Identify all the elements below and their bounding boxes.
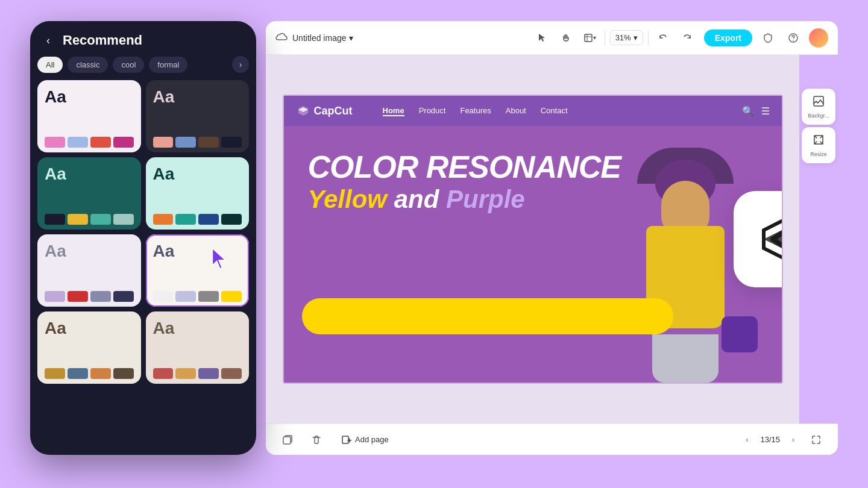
swatch bbox=[90, 214, 111, 225]
background-button[interactable]: Backgr... bbox=[802, 89, 835, 125]
style-aa-8: Aa bbox=[153, 319, 242, 338]
svg-point-2 bbox=[793, 40, 794, 41]
toolbar-center: ▾ 31% ▾ bbox=[532, 28, 697, 48]
filter-tab-cool[interactable]: cool bbox=[113, 57, 144, 73]
filter-tabs: All classic cool formal › bbox=[30, 56, 256, 80]
canvas-logo: CapCut bbox=[296, 105, 353, 117]
design-canvas: CapCut Home Product Features About Conta… bbox=[283, 95, 783, 384]
style-card-1[interactable]: Aa bbox=[37, 80, 141, 152]
canvas-search-icon: 🔍 bbox=[742, 105, 754, 117]
undo-button[interactable] bbox=[653, 28, 673, 48]
swatch bbox=[45, 291, 65, 302]
zoom-control[interactable]: 31% ▾ bbox=[610, 30, 643, 45]
capcut-large-logo bbox=[734, 191, 783, 287]
prev-page-button[interactable]: ‹ bbox=[738, 431, 755, 448]
background-label: Backgr... bbox=[808, 113, 829, 119]
file-name[interactable]: Untitled image ▾ bbox=[292, 33, 353, 43]
frame-tool-button[interactable]: ▾ bbox=[580, 28, 600, 48]
duplicate-page-button[interactable] bbox=[278, 430, 297, 449]
swatch bbox=[113, 368, 134, 379]
cursor-overlay bbox=[209, 247, 231, 274]
swatch bbox=[90, 368, 111, 379]
toolbar-right: Export bbox=[704, 28, 828, 48]
style-card-8[interactable]: Aa bbox=[146, 311, 250, 384]
resize-button[interactable]: Resize bbox=[802, 127, 835, 163]
canvas-title: COLOR RESONANCE bbox=[308, 150, 621, 184]
fit-page-button[interactable] bbox=[807, 430, 826, 449]
resize-icon bbox=[813, 134, 825, 149]
delete-page-button[interactable] bbox=[307, 430, 326, 449]
style-card-5[interactable]: Aa bbox=[37, 234, 141, 307]
swatch bbox=[221, 214, 242, 225]
swatch bbox=[45, 137, 65, 148]
swatch bbox=[221, 368, 242, 379]
canvas-content: COLOR RESONANCE Yellow and Purple bbox=[284, 126, 782, 383]
filter-more-button[interactable]: › bbox=[232, 56, 249, 73]
swatch bbox=[153, 291, 174, 302]
phone-panel: ‹ Recommend All classic cool formal › bbox=[30, 21, 256, 455]
style-card-6-selected[interactable]: Aa bbox=[146, 234, 250, 307]
style-card-3[interactable]: Aa bbox=[37, 157, 141, 230]
user-avatar[interactable] bbox=[809, 28, 828, 48]
swatch bbox=[198, 368, 219, 379]
swatches-6 bbox=[153, 291, 242, 302]
bottom-toolbar: Add page ‹ 13/15 › bbox=[266, 424, 838, 455]
swatches-5 bbox=[45, 291, 134, 302]
model-skirt bbox=[652, 334, 719, 383]
canvas-nav-contact: Contact bbox=[541, 106, 568, 116]
style-aa-1: Aa bbox=[45, 87, 134, 107]
add-page-label: Add page bbox=[355, 435, 389, 444]
bottom-right: ‹ 13/15 › bbox=[738, 430, 826, 449]
svg-rect-5 bbox=[283, 437, 291, 444]
style-aa-5: Aa bbox=[45, 242, 134, 261]
style-card-4[interactable]: Aa bbox=[146, 157, 250, 230]
style-aa-4: Aa bbox=[153, 164, 242, 184]
swatches-4 bbox=[153, 214, 242, 225]
add-page-button[interactable]: Add page bbox=[336, 433, 395, 447]
style-aa-2: Aa bbox=[153, 87, 242, 107]
canvas-text: COLOR RESONANCE Yellow and Purple bbox=[308, 150, 621, 215]
swatch bbox=[90, 137, 111, 148]
canvas-subtitle-purple: Purple bbox=[446, 185, 525, 213]
canvas-nav-about: About bbox=[506, 106, 526, 116]
swatch bbox=[45, 214, 65, 225]
resize-label: Resize bbox=[810, 151, 827, 157]
style-card-7[interactable]: Aa bbox=[37, 311, 141, 384]
toolbar-divider-2 bbox=[648, 31, 649, 45]
back-button[interactable]: ‹ bbox=[40, 32, 57, 49]
swatches-3 bbox=[45, 214, 134, 225]
help-icon-button[interactable] bbox=[784, 28, 803, 48]
toolbar-divider bbox=[605, 31, 605, 45]
style-card-2[interactable]: Aa bbox=[146, 80, 250, 152]
styles-grid: Aa Aa bbox=[30, 80, 256, 384]
swatch bbox=[68, 291, 88, 302]
svg-rect-6 bbox=[342, 436, 348, 443]
canvas-menu-icon: ☰ bbox=[761, 105, 770, 117]
hand-tool-button[interactable] bbox=[556, 28, 576, 48]
canvas-area: CapCut Home Product Features About Conta… bbox=[266, 55, 799, 424]
select-tool-button[interactable] bbox=[532, 28, 552, 48]
filter-tab-formal[interactable]: formal bbox=[149, 57, 187, 73]
canvas-nav: CapCut Home Product Features About Conta… bbox=[284, 96, 782, 126]
file-name-caret: ▾ bbox=[349, 33, 353, 43]
swatch bbox=[221, 291, 242, 302]
canvas-nav-home: Home bbox=[383, 106, 404, 116]
swatch bbox=[198, 291, 219, 302]
redo-button[interactable] bbox=[678, 28, 697, 48]
export-button[interactable]: Export bbox=[704, 30, 752, 46]
swatch bbox=[113, 291, 134, 302]
swatch bbox=[113, 137, 134, 148]
cloud-icon bbox=[275, 32, 288, 44]
model-bag bbox=[722, 316, 758, 352]
style-aa-3: Aa bbox=[45, 164, 134, 184]
swatch bbox=[175, 291, 196, 302]
swatch bbox=[221, 137, 242, 148]
next-page-button[interactable]: › bbox=[785, 431, 802, 448]
canvas-right-wrapper: CapCut Home Product Features About Conta… bbox=[266, 55, 838, 424]
filter-tab-classic[interactable]: classic bbox=[68, 57, 108, 73]
shield-icon-button[interactable] bbox=[758, 28, 778, 48]
panel-title: Recommend bbox=[63, 33, 142, 48]
filter-tab-all[interactable]: All bbox=[37, 57, 63, 73]
page-indicator: 13/15 bbox=[760, 435, 780, 444]
phone-header: ‹ Recommend bbox=[30, 21, 256, 56]
